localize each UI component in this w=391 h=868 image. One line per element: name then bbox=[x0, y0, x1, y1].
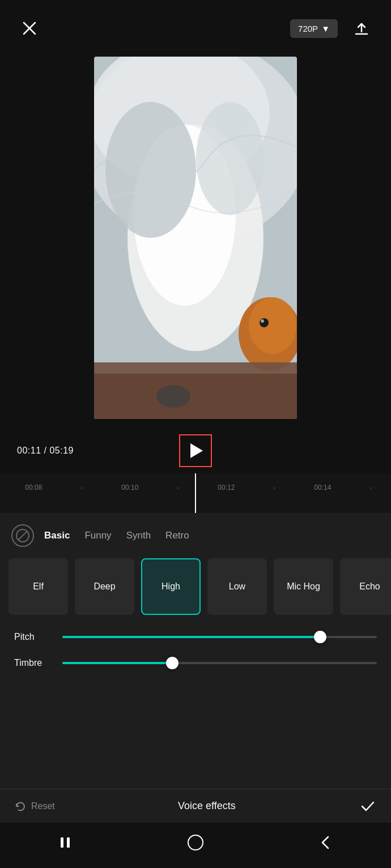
timbre-row: Timbre bbox=[14, 658, 377, 668]
pitch-thumb[interactable] bbox=[314, 631, 326, 643]
timeline-marker-1: 00:08 bbox=[19, 484, 48, 491]
pitch-row: Pitch bbox=[14, 632, 377, 642]
no-effect-icon bbox=[15, 528, 30, 543]
close-button[interactable] bbox=[17, 16, 42, 41]
bottom-bar: Reset Voice effects bbox=[0, 789, 391, 823]
effect-high[interactable]: High bbox=[141, 558, 201, 615]
video-content bbox=[94, 57, 297, 419]
svg-point-12 bbox=[249, 297, 296, 354]
effects-panel: Basic Funny Synth Retro Elf Deep High Lo… bbox=[0, 513, 391, 823]
upload-icon bbox=[354, 20, 369, 36]
svg-rect-22 bbox=[188, 835, 203, 850]
timbre-thumb[interactable] bbox=[166, 657, 178, 669]
tab-synth[interactable]: Synth bbox=[122, 528, 155, 544]
timbre-label: Timbre bbox=[14, 658, 54, 668]
effect-mic-hog[interactable]: Mic Hog bbox=[274, 558, 333, 615]
tab-funny[interactable]: Funny bbox=[80, 528, 116, 544]
reset-button[interactable]: Reset bbox=[14, 800, 55, 813]
upload-button[interactable] bbox=[349, 16, 374, 41]
effects-row: Elf Deep High Low Mic Hog Echo bbox=[0, 553, 391, 621]
time-separator: / bbox=[44, 446, 47, 455]
timeline-dot-4: • bbox=[370, 485, 372, 490]
effect-echo[interactable]: Echo bbox=[340, 558, 391, 615]
resolution-label: 720P bbox=[298, 24, 318, 33]
svg-rect-16 bbox=[94, 374, 297, 419]
total-time: 05:19 bbox=[49, 446, 74, 455]
nav-home-icon bbox=[187, 834, 204, 851]
nav-home-button[interactable] bbox=[184, 831, 207, 854]
timeline-dot-3: • bbox=[274, 485, 275, 490]
svg-line-19 bbox=[18, 531, 27, 540]
tab-retro[interactable]: Retro bbox=[161, 528, 194, 544]
timeline-marker-2: 00:10 bbox=[116, 484, 144, 491]
sliders-section: Pitch Timbre bbox=[0, 621, 391, 695]
reset-label: Reset bbox=[31, 801, 55, 811]
svg-point-13 bbox=[260, 318, 269, 327]
no-effect-button[interactable] bbox=[11, 524, 34, 547]
effect-deep[interactable]: Deep bbox=[75, 558, 134, 615]
reset-icon bbox=[14, 800, 27, 813]
timeline-dot-1: • bbox=[81, 485, 83, 490]
nav-bar bbox=[0, 823, 391, 868]
top-bar: 720P ▼ bbox=[0, 0, 391, 57]
confirm-icon bbox=[360, 798, 376, 814]
playback-controls: 00:11 / 05:19 bbox=[0, 428, 391, 473]
nav-back-icon bbox=[318, 835, 334, 850]
nav-pause-icon bbox=[57, 835, 73, 850]
video-preview[interactable] bbox=[94, 57, 297, 419]
timbre-fill bbox=[62, 662, 172, 664]
close-icon bbox=[22, 20, 37, 36]
timeline-dot-2: • bbox=[177, 485, 179, 490]
play-button-container bbox=[179, 434, 212, 467]
tab-basic[interactable]: Basic bbox=[40, 528, 74, 544]
current-time: 00:11 bbox=[17, 446, 41, 455]
section-title: Voice effects bbox=[178, 800, 236, 812]
category-tabs: Basic Funny Synth Retro bbox=[0, 513, 391, 553]
effect-low[interactable]: Low bbox=[207, 558, 267, 615]
play-button[interactable] bbox=[179, 434, 212, 467]
pitch-label: Pitch bbox=[14, 632, 54, 642]
resolution-arrow: ▼ bbox=[321, 24, 330, 33]
svg-rect-20 bbox=[61, 837, 63, 848]
confirm-button[interactable] bbox=[359, 797, 377, 815]
pitch-slider[interactable] bbox=[62, 636, 377, 638]
time-display: 00:11 / 05:19 bbox=[17, 446, 74, 456]
svg-rect-21 bbox=[67, 837, 70, 848]
timbre-slider[interactable] bbox=[62, 662, 377, 664]
pitch-fill bbox=[62, 636, 320, 638]
effect-elf[interactable]: Elf bbox=[8, 558, 68, 615]
nav-pause-button[interactable] bbox=[54, 831, 76, 854]
top-right-controls: 720P ▼ bbox=[290, 16, 374, 41]
timeline-marker-3: 00:12 bbox=[212, 484, 240, 491]
timeline-marker-4: 00:14 bbox=[308, 484, 337, 491]
play-icon bbox=[190, 443, 203, 458]
resolution-button[interactable]: 720P ▼ bbox=[290, 19, 338, 38]
svg-point-10 bbox=[196, 102, 264, 215]
video-frame bbox=[94, 57, 297, 419]
svg-point-17 bbox=[156, 385, 190, 408]
svg-point-14 bbox=[261, 319, 264, 323]
nav-back-button[interactable] bbox=[314, 831, 337, 854]
